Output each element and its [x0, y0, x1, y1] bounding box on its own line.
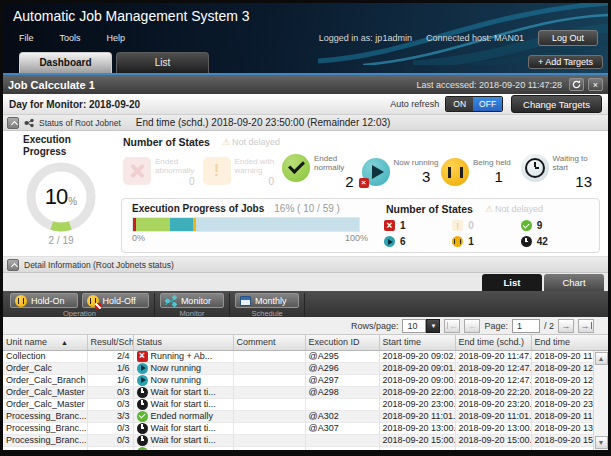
state-ended-abnormally: Ended abnormally0: [123, 157, 203, 187]
jobs-progress-summary: 16% ( 10 / 59 ): [274, 203, 340, 214]
toolbar-button-monitorb[interactable]: Monitor: [160, 293, 224, 308]
ended-with-warning-icon: [203, 157, 231, 185]
prev-page-button[interactable]: ←: [464, 319, 480, 333]
table-row[interactable]: Order_Calc_Master0/3Wait for start ti...…: [3, 386, 593, 398]
jobs-progress-box: Execution Progress of Jobs 16% ( 10 / 59…: [121, 198, 600, 253]
menu-file[interactable]: File: [19, 33, 34, 43]
col-end-time[interactable]: End time: [531, 335, 593, 350]
rows-per-page-label: Rows/page:: [351, 321, 399, 331]
monitorb-icon: [165, 295, 177, 307]
cell-end_schd: 2018-09-20 11:01...: [455, 410, 531, 422]
sort-asc-icon: ▲: [61, 339, 68, 346]
col-unit-name[interactable]: Unit name▲: [3, 335, 87, 350]
cell-start: 2018-09-20 13:00...: [379, 422, 455, 434]
toolbar-button-holdon[interactable]: Hold-On: [10, 293, 78, 308]
cell-unit: Processing_Branc...: [3, 434, 87, 446]
monthlyb-icon: [240, 296, 251, 306]
error-badge-icon: ×: [359, 178, 369, 188]
auto-refresh-toggle[interactable]: ON OFF: [445, 96, 503, 112]
tab-chart-view[interactable]: Chart: [544, 274, 604, 291]
bar-segment-ended-normally: [136, 218, 170, 231]
page-input[interactable]: 1: [512, 319, 540, 333]
refresh-button[interactable]: [569, 78, 584, 91]
rows-per-page-select[interactable]: 10 ▼: [402, 319, 440, 333]
change-targets-button[interactable]: Change Targets: [511, 95, 602, 113]
not-delayed-label: ⚠Not delayed: [222, 137, 280, 147]
count-being-held: 1: [452, 236, 520, 247]
next-page-button[interactable]: →: [558, 319, 574, 333]
chevron-down-icon[interactable]: ▼: [426, 319, 440, 333]
cell-start: [379, 446, 455, 450]
cell-status: Wait for start ti...: [133, 386, 233, 398]
last-accessed: Last accessed: 2018-09-20 11:47:28: [417, 80, 562, 90]
bar-segment-waiting: [196, 218, 359, 231]
table-row[interactable]: Processing_Branc...3/3Ended normally@A30…: [3, 410, 593, 422]
auto-refresh-on[interactable]: ON: [446, 97, 473, 111]
logout-button[interactable]: Log Out: [538, 30, 598, 46]
cell-status: Now running: [133, 374, 233, 386]
page-total: / 2: [544, 321, 554, 331]
cell-start: 2018-09-20 15:00...: [379, 434, 455, 446]
cell-exec_id: @A297: [305, 374, 379, 386]
toolbar-group: MonthlySchedule: [230, 293, 306, 317]
auto-refresh-off[interactable]: OFF: [473, 97, 502, 111]
jobnet-table: Unit name▲ Result/Schedule Status Commen…: [3, 335, 594, 450]
table-row[interactable]: Processing_Branc...0/3Wait for start ti.…: [3, 434, 593, 446]
wait-status-icon: [137, 435, 148, 446]
cell-unit: Processing_Branc...: [3, 410, 87, 422]
tab-list[interactable]: List: [116, 52, 209, 73]
state-ended-normally: Ended normally2: [282, 154, 362, 190]
cell-end: 2018-09-20 12...: [531, 362, 593, 374]
tab-list-view[interactable]: List: [482, 274, 542, 291]
state-now-running: × Now running3: [362, 158, 442, 186]
panel-titlebar: Job Calcculate 1 Last accessed: 2018-09-…: [3, 73, 608, 94]
collapse-button[interactable]: [7, 259, 19, 271]
table-row[interactable]: Collection2/4Running + Ab...@A2952018-09…: [3, 350, 593, 362]
table-row[interactable]: Order_Calc_Branch1/6Now running@A2972018…: [3, 374, 593, 386]
cell-result: 1/6: [87, 374, 133, 386]
col-status[interactable]: Status: [133, 335, 233, 350]
cell-end_schd: 2018-09-20 22:20...: [455, 386, 531, 398]
number-of-states-label: Number of States: [123, 136, 210, 148]
progress-fraction: 2 / 19: [9, 235, 113, 246]
col-start-time[interactable]: Start time: [379, 335, 455, 350]
jobs-progress-bar: [132, 217, 360, 232]
count-waiting-to-start: 42: [521, 236, 589, 247]
ok-status-icon: [137, 447, 148, 451]
menu-tools[interactable]: Tools: [60, 33, 81, 43]
being-held-icon: [441, 158, 469, 186]
first-page-button[interactable]: ←: [444, 319, 460, 333]
now-running-icon: ×: [362, 158, 390, 186]
detail-section-title: Detail Information (Root Jobnets status): [24, 260, 174, 270]
scroll-up-icon[interactable]: ▲: [595, 352, 608, 365]
cell-exec_id: @A302: [305, 410, 379, 422]
toolbar-button-holdoff[interactable]: Hold-Off: [82, 293, 149, 308]
scroll-down-icon[interactable]: ▼: [595, 436, 608, 449]
cell-end_schd: 2018-09-20 13:00...: [455, 422, 531, 434]
jobs-progress-title: Execution Progress of Jobs: [132, 203, 264, 214]
wait-status-icon: [137, 399, 148, 410]
tab-dashboard[interactable]: Dashboard: [19, 52, 112, 73]
cell-end: 2018-09-20 15...: [531, 434, 593, 446]
add-targets-button[interactable]: + Add Targets: [528, 55, 603, 69]
collapse-button[interactable]: [7, 117, 19, 129]
cell-result: 0/3: [87, 398, 133, 410]
last-page-button[interactable]: →: [578, 319, 594, 333]
table-row[interactable]: Order_Calc1/6Now running@A2962018-09-20 …: [3, 362, 593, 374]
table-row[interactable]: Order_Calc_Master0/3Wait for start ti...…: [3, 398, 593, 410]
pagination-bar: Rows/page: 10 ▼ ← ← Page: 1 / 2 → →: [3, 317, 608, 335]
close-button[interactable]: ×: [588, 78, 603, 91]
col-result-schedule[interactable]: Result/Schedule: [87, 335, 133, 350]
vertical-scrollbar[interactable]: ▲ ▼: [593, 351, 608, 450]
cell-exec_id: @A296: [305, 362, 379, 374]
table-row[interactable]: [3, 446, 593, 450]
toolbar-button-monthlyb[interactable]: Monthly: [235, 293, 300, 308]
col-end-time-schd[interactable]: End time (schd.): [455, 335, 531, 350]
cell-end: 2018-09-20 11...: [531, 410, 593, 422]
table-row[interactable]: Processing_Branc...0/3Wait for start ti.…: [3, 422, 593, 434]
col-comment[interactable]: Comment: [233, 335, 305, 350]
cell-exec_id: @A307: [305, 422, 379, 434]
col-execution-id[interactable]: Execution ID: [305, 335, 379, 350]
cell-exec_id: @A295: [305, 350, 379, 362]
menu-help[interactable]: Help: [107, 33, 126, 43]
